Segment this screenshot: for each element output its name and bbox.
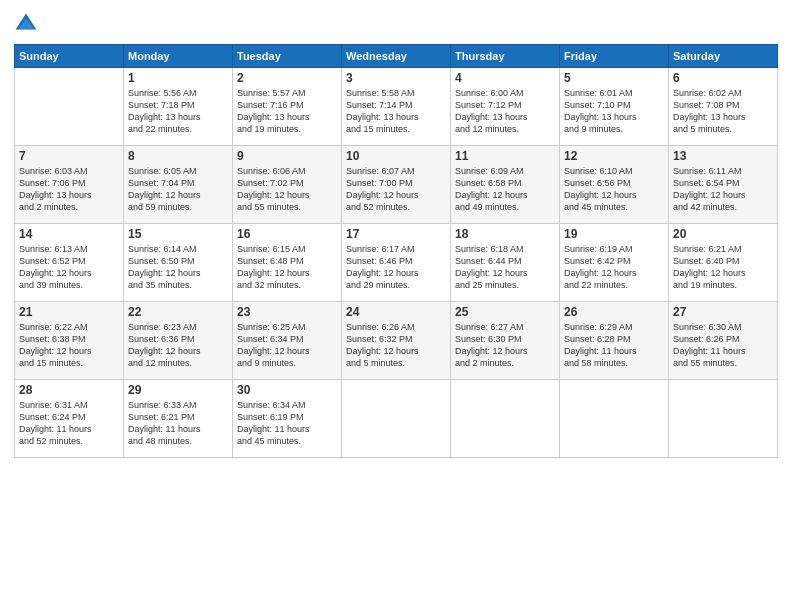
day-info: Sunrise: 6:09 AM Sunset: 6:58 PM Dayligh… <box>455 165 555 214</box>
calendar-cell <box>342 380 451 458</box>
day-info: Sunrise: 6:34 AM Sunset: 6:19 PM Dayligh… <box>237 399 337 448</box>
day-number: 17 <box>346 227 446 241</box>
calendar-cell: 29Sunrise: 6:33 AM Sunset: 6:21 PM Dayli… <box>124 380 233 458</box>
day-number: 6 <box>673 71 773 85</box>
calendar-cell: 1Sunrise: 5:56 AM Sunset: 7:18 PM Daylig… <box>124 68 233 146</box>
weekday-header-tuesday: Tuesday <box>233 45 342 68</box>
day-info: Sunrise: 6:05 AM Sunset: 7:04 PM Dayligh… <box>128 165 228 214</box>
day-number: 23 <box>237 305 337 319</box>
day-number: 18 <box>455 227 555 241</box>
day-number: 1 <box>128 71 228 85</box>
day-info: Sunrise: 6:18 AM Sunset: 6:44 PM Dayligh… <box>455 243 555 292</box>
calendar-cell: 2Sunrise: 5:57 AM Sunset: 7:16 PM Daylig… <box>233 68 342 146</box>
logo <box>14 10 42 36</box>
calendar-header: SundayMondayTuesdayWednesdayThursdayFrid… <box>15 45 778 68</box>
day-info: Sunrise: 6:21 AM Sunset: 6:40 PM Dayligh… <box>673 243 773 292</box>
calendar-cell: 9Sunrise: 6:06 AM Sunset: 7:02 PM Daylig… <box>233 146 342 224</box>
day-number: 10 <box>346 149 446 163</box>
week-row-2: 7Sunrise: 6:03 AM Sunset: 7:06 PM Daylig… <box>15 146 778 224</box>
day-info: Sunrise: 6:22 AM Sunset: 6:38 PM Dayligh… <box>19 321 119 370</box>
calendar-body: 1Sunrise: 5:56 AM Sunset: 7:18 PM Daylig… <box>15 68 778 458</box>
day-info: Sunrise: 6:30 AM Sunset: 6:26 PM Dayligh… <box>673 321 773 370</box>
day-info: Sunrise: 6:25 AM Sunset: 6:34 PM Dayligh… <box>237 321 337 370</box>
day-number: 30 <box>237 383 337 397</box>
day-number: 25 <box>455 305 555 319</box>
calendar-cell: 27Sunrise: 6:30 AM Sunset: 6:26 PM Dayli… <box>669 302 778 380</box>
calendar-cell: 15Sunrise: 6:14 AM Sunset: 6:50 PM Dayli… <box>124 224 233 302</box>
weekday-header-thursday: Thursday <box>451 45 560 68</box>
calendar-cell: 24Sunrise: 6:26 AM Sunset: 6:32 PM Dayli… <box>342 302 451 380</box>
calendar-cell: 25Sunrise: 6:27 AM Sunset: 6:30 PM Dayli… <box>451 302 560 380</box>
calendar-cell: 30Sunrise: 6:34 AM Sunset: 6:19 PM Dayli… <box>233 380 342 458</box>
day-number: 11 <box>455 149 555 163</box>
day-info: Sunrise: 6:11 AM Sunset: 6:54 PM Dayligh… <box>673 165 773 214</box>
day-number: 27 <box>673 305 773 319</box>
week-row-3: 14Sunrise: 6:13 AM Sunset: 6:52 PM Dayli… <box>15 224 778 302</box>
day-info: Sunrise: 6:10 AM Sunset: 6:56 PM Dayligh… <box>564 165 664 214</box>
calendar-cell: 19Sunrise: 6:19 AM Sunset: 6:42 PM Dayli… <box>560 224 669 302</box>
calendar-cell: 22Sunrise: 6:23 AM Sunset: 6:36 PM Dayli… <box>124 302 233 380</box>
calendar-table: SundayMondayTuesdayWednesdayThursdayFrid… <box>14 44 778 458</box>
day-number: 21 <box>19 305 119 319</box>
calendar-cell: 14Sunrise: 6:13 AM Sunset: 6:52 PM Dayli… <box>15 224 124 302</box>
calendar-cell: 7Sunrise: 6:03 AM Sunset: 7:06 PM Daylig… <box>15 146 124 224</box>
calendar-cell: 12Sunrise: 6:10 AM Sunset: 6:56 PM Dayli… <box>560 146 669 224</box>
day-info: Sunrise: 6:27 AM Sunset: 6:30 PM Dayligh… <box>455 321 555 370</box>
calendar-cell: 23Sunrise: 6:25 AM Sunset: 6:34 PM Dayli… <box>233 302 342 380</box>
day-info: Sunrise: 6:19 AM Sunset: 6:42 PM Dayligh… <box>564 243 664 292</box>
day-number: 28 <box>19 383 119 397</box>
calendar-cell: 16Sunrise: 6:15 AM Sunset: 6:48 PM Dayli… <box>233 224 342 302</box>
calendar-cell: 26Sunrise: 6:29 AM Sunset: 6:28 PM Dayli… <box>560 302 669 380</box>
day-number: 15 <box>128 227 228 241</box>
calendar-cell: 18Sunrise: 6:18 AM Sunset: 6:44 PM Dayli… <box>451 224 560 302</box>
calendar-cell: 5Sunrise: 6:01 AM Sunset: 7:10 PM Daylig… <box>560 68 669 146</box>
header <box>14 10 778 36</box>
calendar-cell: 3Sunrise: 5:58 AM Sunset: 7:14 PM Daylig… <box>342 68 451 146</box>
weekday-header-sunday: Sunday <box>15 45 124 68</box>
day-number: 12 <box>564 149 664 163</box>
day-number: 9 <box>237 149 337 163</box>
day-info: Sunrise: 6:31 AM Sunset: 6:24 PM Dayligh… <box>19 399 119 448</box>
calendar-cell: 6Sunrise: 6:02 AM Sunset: 7:08 PM Daylig… <box>669 68 778 146</box>
calendar-cell: 17Sunrise: 6:17 AM Sunset: 6:46 PM Dayli… <box>342 224 451 302</box>
calendar-cell <box>560 380 669 458</box>
calendar-cell <box>451 380 560 458</box>
calendar-cell: 8Sunrise: 6:05 AM Sunset: 7:04 PM Daylig… <box>124 146 233 224</box>
day-info: Sunrise: 6:01 AM Sunset: 7:10 PM Dayligh… <box>564 87 664 136</box>
calendar-cell: 21Sunrise: 6:22 AM Sunset: 6:38 PM Dayli… <box>15 302 124 380</box>
day-info: Sunrise: 6:33 AM Sunset: 6:21 PM Dayligh… <box>128 399 228 448</box>
day-info: Sunrise: 6:13 AM Sunset: 6:52 PM Dayligh… <box>19 243 119 292</box>
day-number: 20 <box>673 227 773 241</box>
day-number: 14 <box>19 227 119 241</box>
weekday-header-monday: Monday <box>124 45 233 68</box>
day-info: Sunrise: 6:03 AM Sunset: 7:06 PM Dayligh… <box>19 165 119 214</box>
calendar-cell: 28Sunrise: 6:31 AM Sunset: 6:24 PM Dayli… <box>15 380 124 458</box>
day-info: Sunrise: 6:26 AM Sunset: 6:32 PM Dayligh… <box>346 321 446 370</box>
day-number: 5 <box>564 71 664 85</box>
day-number: 8 <box>128 149 228 163</box>
weekday-header-wednesday: Wednesday <box>342 45 451 68</box>
calendar-cell: 10Sunrise: 6:07 AM Sunset: 7:00 PM Dayli… <box>342 146 451 224</box>
weekday-header-saturday: Saturday <box>669 45 778 68</box>
day-info: Sunrise: 6:17 AM Sunset: 6:46 PM Dayligh… <box>346 243 446 292</box>
calendar-cell: 11Sunrise: 6:09 AM Sunset: 6:58 PM Dayli… <box>451 146 560 224</box>
day-number: 16 <box>237 227 337 241</box>
page: SundayMondayTuesdayWednesdayThursdayFrid… <box>0 0 792 612</box>
day-number: 22 <box>128 305 228 319</box>
day-number: 24 <box>346 305 446 319</box>
calendar-cell: 4Sunrise: 6:00 AM Sunset: 7:12 PM Daylig… <box>451 68 560 146</box>
day-info: Sunrise: 6:15 AM Sunset: 6:48 PM Dayligh… <box>237 243 337 292</box>
day-number: 26 <box>564 305 664 319</box>
day-number: 29 <box>128 383 228 397</box>
day-info: Sunrise: 6:29 AM Sunset: 6:28 PM Dayligh… <box>564 321 664 370</box>
day-info: Sunrise: 6:23 AM Sunset: 6:36 PM Dayligh… <box>128 321 228 370</box>
day-info: Sunrise: 5:58 AM Sunset: 7:14 PM Dayligh… <box>346 87 446 136</box>
week-row-1: 1Sunrise: 5:56 AM Sunset: 7:18 PM Daylig… <box>15 68 778 146</box>
day-number: 13 <box>673 149 773 163</box>
logo-icon <box>14 12 38 36</box>
weekday-row: SundayMondayTuesdayWednesdayThursdayFrid… <box>15 45 778 68</box>
day-info: Sunrise: 5:56 AM Sunset: 7:18 PM Dayligh… <box>128 87 228 136</box>
day-info: Sunrise: 6:14 AM Sunset: 6:50 PM Dayligh… <box>128 243 228 292</box>
day-number: 2 <box>237 71 337 85</box>
day-info: Sunrise: 5:57 AM Sunset: 7:16 PM Dayligh… <box>237 87 337 136</box>
